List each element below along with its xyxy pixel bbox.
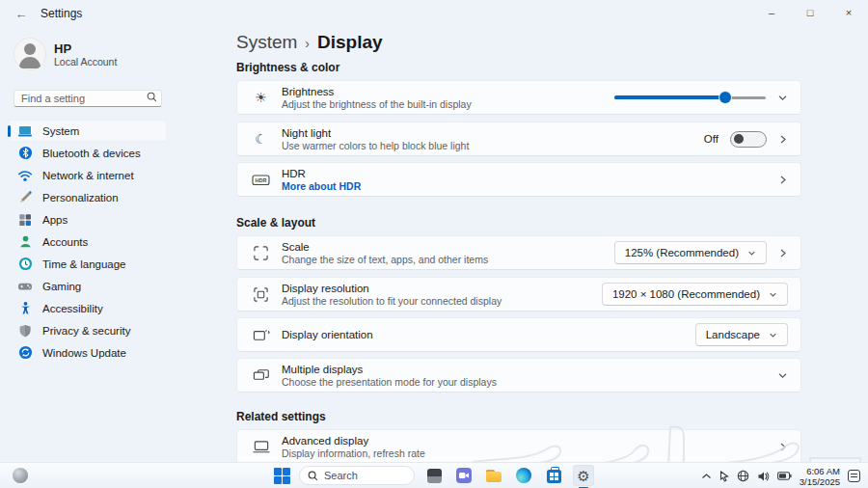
breadcrumb-system[interactable]: System [236, 32, 297, 53]
sidebar-item-network-internet[interactable]: Network & internet [8, 164, 167, 186]
system-icon [17, 123, 33, 139]
display-orientation-row[interactable]: Display orientation Landscape [236, 317, 801, 352]
hdr-title: HDR [282, 167, 361, 180]
sidebar-item-accessibility[interactable]: Accessibility [8, 297, 167, 319]
brightness-title: Brightness [282, 85, 472, 98]
chevron-right-icon [778, 134, 788, 145]
brightness-icon: ☀ [252, 91, 270, 104]
svg-text:HDR: HDR [256, 177, 267, 183]
brightness-slider-thumb[interactable] [719, 92, 731, 103]
start-button[interactable] [274, 468, 290, 484]
sidebar-item-accounts[interactable]: Accounts [8, 230, 167, 253]
sidebar-item-windows-update[interactable]: Windows Update [8, 341, 167, 364]
breadcrumb-separator-icon: › [305, 34, 310, 51]
sidebar-item-personalization[interactable]: Personalization [8, 186, 167, 208]
pen-cursor-icon[interactable] [719, 471, 729, 482]
sidebar-item-system[interactable]: System [8, 120, 167, 142]
sidebar-item-apps[interactable]: Apps [8, 208, 167, 230]
settings-search [14, 89, 162, 106]
search-icon [147, 92, 157, 102]
taskbar-search-label: Search [324, 470, 358, 481]
chat-app-icon[interactable] [453, 465, 475, 486]
sidebar-item-time-language[interactable]: Time & language [8, 253, 167, 275]
orientation-value: Landscape [706, 329, 760, 340]
brush-icon [17, 190, 33, 205]
main-content: System › Display Brightness & color ☀ Br… [236, 27, 868, 462]
action-center-icon[interactable] [848, 470, 860, 482]
update-icon [17, 345, 33, 361]
night-light-icon: ☾ [252, 132, 270, 146]
brightness-row[interactable]: ☀ Brightness Adjust the brightness of th… [236, 80, 801, 115]
chevron-right-icon [778, 175, 788, 185]
bluetooth-icon [17, 146, 33, 161]
resolution-icon [252, 286, 270, 303]
edge-browser-icon[interactable] [513, 465, 534, 486]
chevron-down-icon [769, 290, 777, 299]
volume-icon[interactable] [757, 471, 770, 482]
sidebar-nav: System Bluetooth & devices Network & int… [8, 120, 167, 364]
back-button[interactable]: ← [10, 4, 33, 23]
minimize-button[interactable]: – [752, 0, 791, 25]
multiple-displays-icon [252, 367, 270, 383]
scale-row[interactable]: Scale Change the size of text, apps, and… [236, 235, 801, 270]
taskbar: Search ⚙ 6:06 AM 3/15/2025 [0, 462, 868, 488]
chevron-down-icon[interactable] [777, 93, 788, 103]
scale-icon [252, 245, 270, 261]
orientation-dropdown[interactable]: Landscape [695, 323, 788, 346]
advanced-display-subtitle: Display information, refresh rate [282, 447, 425, 459]
night-light-state: Off [704, 133, 719, 145]
shield-icon [17, 323, 33, 339]
chevron-down-icon[interactable] [777, 370, 788, 381]
maximize-button[interactable]: □ [791, 0, 829, 25]
apps-grid-icon [17, 212, 33, 228]
close-button[interactable]: × [829, 0, 868, 25]
hdr-more-link[interactable]: More about HDR [282, 180, 361, 192]
chevron-down-icon [747, 249, 756, 258]
display-resolution-row[interactable]: Display resolution Adjust the resolution… [236, 277, 801, 312]
advanced-display-row[interactable]: Advanced display Display information, re… [236, 429, 801, 462]
resolution-dropdown[interactable]: 1920 × 1080 (Recommended) [602, 283, 788, 306]
chevron-right-icon [778, 248, 788, 258]
advanced-display-icon [252, 440, 270, 454]
page-title: Display [317, 32, 383, 53]
night-light-row[interactable]: ☾ Night light Use warmer colors to help … [236, 122, 801, 156]
system-tray: 6:06 AM 3/15/2025 [701, 463, 860, 488]
sidebar-item-bluetooth-devices[interactable]: Bluetooth & devices [8, 142, 167, 164]
taskbar-clock[interactable]: 6:06 AM 3/15/2025 [800, 466, 840, 487]
avatar [14, 38, 46, 70]
sidebar-item-gaming[interactable]: Gaming [8, 275, 167, 297]
back-icon: ← [15, 7, 28, 21]
titlebar: ← Settings – □ × [0, 0, 868, 27]
multiple-displays-title: Multiple displays [282, 363, 497, 376]
night-light-toggle[interactable] [730, 131, 767, 148]
brightness-slider[interactable] [614, 91, 766, 104]
scale-dropdown[interactable]: 125% (Recommended) [614, 241, 767, 264]
sidebar-item-privacy-security[interactable]: Privacy & security [8, 319, 167, 341]
clock-icon [17, 257, 33, 272]
section-related-settings: Related settings [236, 410, 801, 423]
battery-icon[interactable] [777, 472, 792, 480]
search-input[interactable] [14, 90, 162, 107]
resolution-subtitle: Adjust the resolution to fit your connec… [282, 295, 502, 307]
file-explorer-icon[interactable] [483, 465, 504, 486]
tray-chevron-up-icon[interactable] [701, 473, 712, 479]
widgets-icon[interactable] [13, 468, 28, 483]
hdr-row[interactable]: HDR HDR More about HDR [236, 162, 801, 197]
chevron-down-icon [769, 331, 777, 339]
microsoft-store-icon[interactable] [543, 465, 564, 486]
app-window-icon[interactable] [423, 465, 445, 486]
settings-app-icon[interactable]: ⚙ [573, 465, 594, 486]
orientation-title: Display orientation [282, 328, 373, 341]
search-icon [308, 471, 318, 481]
orientation-icon [252, 327, 270, 342]
accessibility-person-icon [17, 301, 33, 316]
multiple-displays-subtitle: Choose the presentation mode for your di… [282, 376, 497, 388]
close-icon: × [846, 7, 852, 18]
multiple-displays-row[interactable]: Multiple displays Choose the presentatio… [236, 358, 801, 393]
taskbar-search[interactable]: Search [299, 466, 415, 485]
wifi-icon [17, 168, 33, 183]
network-globe-icon[interactable] [737, 470, 749, 482]
account-type: Local Account [54, 56, 117, 68]
account-card[interactable]: HP Local Account [14, 35, 236, 73]
night-light-title: Night light [282, 126, 469, 140]
